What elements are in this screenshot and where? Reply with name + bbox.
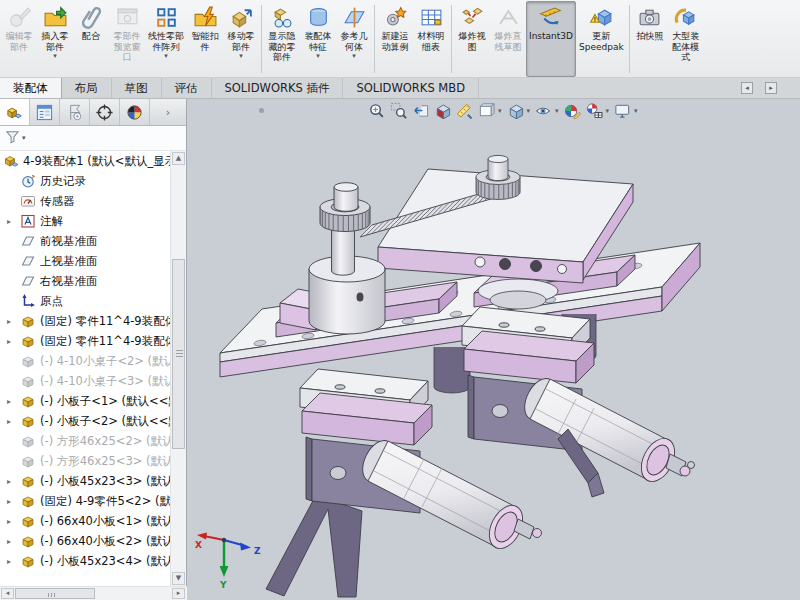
expand-arrow-icon[interactable]: ▸ [7,417,20,426]
display-style-icon[interactable] [507,102,524,119]
tree-item[interactable]: (-) 方形46x25<2> (默认) [0,431,170,451]
tree-item-label: 原点 [40,294,63,309]
tab-布局[interactable]: 布局 [62,78,112,98]
tree-item[interactable]: ▸(-) 66x40小板<2> (默认<<默 [0,531,170,551]
apply-scene-icon[interactable] [586,102,603,119]
ribbon-button-smart-fasteners[interactable]: 智能扣 件 [187,1,223,77]
ribbon-button-large-assembly[interactable]: 大型装 配体模 式 [668,1,704,77]
panel-tab-display-manager[interactable] [120,99,150,125]
assembly-3d-model[interactable] [188,99,800,600]
tab-装配体[interactable]: 装配体 [0,78,62,98]
panel-tab-featuremanager-tree[interactable] [0,99,30,125]
chevron-down-icon[interactable]: ▾ [498,107,502,115]
expand-arrow-icon[interactable]: ▸ [7,537,20,546]
tree-item[interactable]: 原点 [0,291,170,311]
pinion-housing[interactable] [309,183,385,334]
expand-arrow-icon[interactable]: ▸ [7,397,20,406]
panel-tab-overflow[interactable]: › [150,99,186,125]
tree-item[interactable]: ▸(-) 小板45x23<4> (默认<<默 [0,551,170,571]
tree-item[interactable]: ▸注解 [0,211,170,231]
expand-arrow-icon[interactable]: ▸ [7,557,20,566]
z-axis-arrow [240,543,251,551]
expand-arrow-icon[interactable]: ▸ [7,497,20,506]
tree-vertical-scrollbar[interactable]: ▲ ▼ [170,151,186,586]
ribbon-button-exploded-view[interactable]: 爆炸视 图 [454,1,490,77]
part-icon [20,533,36,549]
ribbon-button-update-speedpak[interactable]: 更新 Speedpak [576,1,627,77]
tree-item[interactable]: ▸(-) 小板45x23<3> (默认<<默 [0,471,170,491]
chevron-down-icon[interactable]: ▾ [606,107,610,115]
expand-arrow-icon[interactable]: ▸ [7,317,20,326]
zoom-area-icon[interactable] [390,102,407,119]
panel-tab-configuration-manager[interactable] [60,99,90,125]
ribbon-button-label: 移动零 部件 [228,31,255,52]
graphics-viewport[interactable]: ▾▾▾▾▾ X Z Y [188,99,800,600]
view-orientation-icon[interactable] [478,102,495,119]
tree-horizontal-scrollbar[interactable]: ◂ ▸ [0,586,187,600]
chevron-down-icon[interactable]: ▾ [527,107,531,115]
expand-arrow-icon[interactable]: ▸ [7,337,20,346]
second-gear[interactable] [476,155,520,199]
scroll-down-icon[interactable]: ▼ [172,572,185,585]
tree-item[interactable]: (-) 4-10小桌子<3> (默认) [0,371,170,391]
tree-item[interactable]: ▸(-) 66x40小板<1> (默认<<默 [0,511,170,531]
tree-item[interactable]: (-) 方形46x25<3> (默认) [0,451,170,471]
large-assembly-icon [673,4,698,31]
ribbon-button-move-component[interactable]: 移动零 部件▾ [223,1,259,77]
panel-tab-dimxpert-manager[interactable] [90,99,120,125]
view-settings-icon[interactable] [614,102,631,119]
section-view-icon[interactable] [434,102,451,119]
scroll-right-icon[interactable]: ▸ [172,588,185,599]
tab-评估[interactable]: 评估 [162,78,212,98]
tree-item[interactable]: ▸(固定) 零件11^4-9装配体1< [0,331,170,351]
tree-item[interactable]: 4-9装配体1 (默认<默认_显示状 [0,151,170,171]
measure-icon[interactable] [456,102,473,119]
chevron-down-icon[interactable]: ▾ [555,107,559,115]
hide-show-items-icon[interactable] [535,102,552,119]
ribbon-button-instant3d[interactable]: Instant3D [526,1,576,77]
tree-item[interactable]: ▸(固定) 零件11^4-9装配体1< [0,311,170,331]
chevron-down-icon[interactable]: ▾ [634,107,638,115]
tab-SOLIDWORKS 插件[interactable]: SOLIDWORKS 插件 [212,78,344,98]
bom-icon [419,4,444,31]
vertical-scroll-thumb[interactable] [172,259,185,449]
expand-arrow-icon[interactable]: ▸ [7,517,20,526]
component-preview-icon [115,4,140,31]
ribbon-button-show-hidden[interactable]: 显示隐 藏的零 部件 [264,1,300,77]
horizontal-scroll-thumb[interactable] [15,588,95,599]
heads-up-view-toolbar: ▾▾▾▾▾ [368,102,638,119]
tree-item[interactable]: 前视基准面 [0,231,170,251]
ribbon-button-motion-study[interactable]: 新建运 动算例 [377,1,413,77]
tree-item[interactable]: 上视基准面 [0,251,170,271]
tab-SOLIDWORKS MBD[interactable]: SOLIDWORKS MBD [343,78,479,98]
ribbon-button-insert-component[interactable]: 插入零 部件▾ [37,1,73,77]
tree-item[interactable]: (-) 4-10小桌子<2> (默认) [0,351,170,371]
ribbon-button-snapshot[interactable]: 拍快照 [632,1,668,77]
right-tower-assembly[interactable] [462,307,695,497]
ribbon-button-mate[interactable]: 配合 [73,1,109,77]
ribbon-button-reference-geometry[interactable]: 参考几 何体▾ [336,1,372,77]
ribbon-button-edit-component: 编辑零 部件 [1,1,37,77]
ribbon-scroll-left-button[interactable]: ◂ [741,82,753,94]
panel-tab-property-manager[interactable] [30,99,60,125]
ribbon-button-bom[interactable]: 材料明 细表 [413,1,449,77]
zoom-fit-icon[interactable] [368,102,385,119]
tree-item[interactable]: ▸(-) 小板子<2> (默认<<默认 [0,411,170,431]
tree-item[interactable]: 历史记录 [0,171,170,191]
edit-appearance-icon[interactable] [564,102,581,119]
part-gray-icon [20,433,36,449]
previous-view-icon[interactable] [412,102,429,119]
ribbon-button-assembly-features[interactable]: 装配体 特征▾ [300,1,336,77]
tree-filter-row[interactable]: ▾ [0,126,186,151]
tree-item[interactable]: ▸(-) 小板子<1> (默认<<默认 [0,391,170,411]
tab-草图[interactable]: 草图 [112,78,162,98]
tree-item[interactable]: 右视基准面 [0,271,170,291]
tree-item[interactable]: ▸(固定) 4-9零件5<2> (默认< [0,491,170,511]
scroll-left-icon[interactable]: ◂ [1,588,14,599]
expand-arrow-icon[interactable]: ▸ [7,477,20,486]
scroll-up-icon[interactable]: ▲ [172,152,185,165]
ribbon-scroll-right-button[interactable]: ▸ [765,82,777,94]
expand-arrow-icon[interactable]: ▸ [7,217,20,226]
ribbon-button-linear-pattern[interactable]: 线性零部 件阵列▾ [145,1,187,77]
tree-item[interactable]: 传感器 [0,191,170,211]
